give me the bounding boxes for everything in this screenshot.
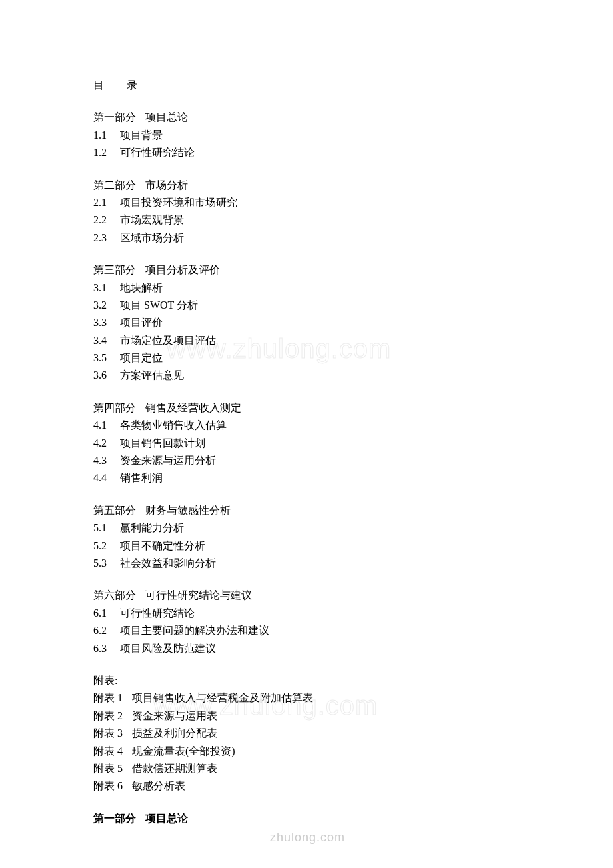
appendix-title: 附表: bbox=[93, 672, 520, 689]
toc-item-text: 地块解析 bbox=[120, 282, 163, 293]
toc-item: 5.2项目不确定性分析 bbox=[93, 537, 520, 555]
toc-title-char-2: 录 bbox=[127, 79, 139, 91]
toc-item: 6.3项目风险及防范建议 bbox=[93, 640, 520, 657]
toc-item-number: 4.3 bbox=[93, 452, 113, 469]
toc-item: 3.6方案评估意见 bbox=[93, 367, 520, 384]
toc-item-number: 6.2 bbox=[93, 622, 113, 639]
appendix-item-text: 敏感分析表 bbox=[132, 780, 185, 791]
toc-item: 2.1项目投资环境和市场研究 bbox=[93, 194, 520, 211]
toc-section-prefix: 第四部分 bbox=[93, 402, 136, 413]
appendix-item-text: 项目销售收入与经营税金及附加估算表 bbox=[132, 692, 313, 703]
appendix-item-number: 附表 2 bbox=[93, 707, 123, 725]
toc-item-number: 3.1 bbox=[93, 279, 113, 297]
toc-item-number: 4.2 bbox=[93, 435, 113, 452]
toc-item-number: 2.1 bbox=[93, 194, 113, 211]
toc-item: 6.2项目主要问题的解决办法和建议 bbox=[93, 622, 520, 639]
appendix-item-text: 现金流量表(全部投资) bbox=[132, 745, 235, 757]
appendix-item-text: 损益及利润分配表 bbox=[132, 727, 217, 739]
toc-section: 第五部分财务与敏感性分析5.1赢利能力分析5.2项目不确定性分析5.3社会效益和… bbox=[93, 502, 520, 573]
toc-section-heading: 第四部分销售及经营收入测定 bbox=[93, 399, 520, 417]
toc-item-number: 4.1 bbox=[93, 417, 113, 434]
toc-item-text: 社会效益和影响分析 bbox=[120, 557, 216, 569]
toc-item-number: 2.2 bbox=[93, 211, 113, 229]
toc-item-number: 6.1 bbox=[93, 605, 113, 622]
appendix-item: 附表 6敏感分析表 bbox=[93, 777, 520, 795]
toc-item-text: 项目不确定性分析 bbox=[120, 540, 205, 551]
toc-section-prefix: 第三部分 bbox=[93, 264, 136, 275]
toc-section-title: 销售及经营收入测定 bbox=[145, 402, 241, 413]
toc-item: 1.2可行性研究结论 bbox=[93, 144, 520, 161]
toc-item-text: 项目定位 bbox=[120, 352, 163, 363]
toc-section: 第一部分项目总论1.1项目背景1.2可行性研究结论 bbox=[93, 109, 520, 161]
toc-item: 5.1赢利能力分析 bbox=[93, 519, 520, 537]
toc-section-title: 财务与敏感性分析 bbox=[145, 505, 231, 516]
toc-item-number: 3.4 bbox=[93, 332, 113, 349]
toc-item-text: 项目 SWOT 分析 bbox=[120, 299, 198, 311]
toc-item-text: 可行性研究结论 bbox=[120, 607, 195, 619]
appendix-item-text: 借款偿还期测算表 bbox=[132, 763, 217, 774]
toc-section: 第六部分可行性研究结论与建议6.1可行性研究结论6.2项目主要问题的解决办法和建… bbox=[93, 587, 520, 657]
toc-item-number: 5.1 bbox=[93, 519, 113, 537]
toc-item: 3.2项目 SWOT 分析 bbox=[93, 297, 520, 314]
toc-item: 4.4销售利润 bbox=[93, 469, 520, 487]
appendix-item: 附表 5借款偿还期测算表 bbox=[93, 760, 520, 777]
toc-section-prefix: 第五部分 bbox=[93, 505, 136, 516]
appendix-item: 附表 1项目销售收入与经营税金及附加估算表 bbox=[93, 689, 520, 707]
toc-item-number: 3.2 bbox=[93, 297, 113, 314]
chapter-heading-prefix: 第一部分 bbox=[93, 813, 136, 824]
toc-item: 3.1地块解析 bbox=[93, 279, 520, 297]
toc-section-title: 项目分析及评价 bbox=[145, 264, 220, 275]
toc-section-heading: 第一部分项目总论 bbox=[93, 109, 520, 126]
toc-item-text: 区域市场分析 bbox=[120, 232, 184, 243]
toc-section-title: 可行性研究结论与建议 bbox=[145, 589, 252, 601]
toc-section-heading: 第五部分财务与敏感性分析 bbox=[93, 502, 520, 519]
toc-item: 3.5项目定位 bbox=[93, 349, 520, 367]
toc-item-number: 1.1 bbox=[93, 127, 113, 144]
toc-title: 目录 bbox=[93, 77, 520, 94]
toc-item-text: 项目主要问题的解决办法和建议 bbox=[120, 625, 269, 636]
toc-section-heading: 第三部分项目分析及评价 bbox=[93, 261, 520, 279]
toc-section: 第三部分项目分析及评价3.1地块解析3.2项目 SWOT 分析3.3项目评价3.… bbox=[93, 261, 520, 385]
toc-item-text: 资金来源与运用分析 bbox=[120, 455, 216, 466]
toc-section-title: 市场分析 bbox=[145, 179, 188, 191]
toc-item: 4.1各类物业销售收入估算 bbox=[93, 417, 520, 434]
appendix-item-number: 附表 5 bbox=[93, 760, 123, 777]
toc-section: 第二部分市场分析2.1项目投资环境和市场研究2.2市场宏观背景2.3区域市场分析 bbox=[93, 177, 520, 247]
toc-item-number: 3.3 bbox=[93, 314, 113, 331]
toc-item-text: 市场宏观背景 bbox=[120, 214, 184, 225]
toc-item: 1.1项目背景 bbox=[93, 127, 520, 144]
chapter-heading-title: 项目总论 bbox=[145, 813, 188, 824]
toc-item: 2.3区域市场分析 bbox=[93, 229, 520, 247]
toc-title-char-1: 目 bbox=[93, 79, 105, 91]
appendix-item: 附表 4现金流量表(全部投资) bbox=[93, 743, 520, 760]
appendix-item-number: 附表 4 bbox=[93, 743, 123, 760]
appendix-item-text: 资金来源与运用表 bbox=[132, 710, 217, 721]
watermark-text: zhulong.com bbox=[270, 828, 345, 848]
toc-item-text: 可行性研究结论 bbox=[120, 147, 195, 158]
toc-section-prefix: 第二部分 bbox=[93, 179, 136, 191]
appendix-item: 附表 2资金来源与运用表 bbox=[93, 707, 520, 725]
toc-item: 3.4市场定位及项目评估 bbox=[93, 332, 520, 349]
toc-item-number: 6.3 bbox=[93, 640, 113, 657]
appendix-item-number: 附表 1 bbox=[93, 689, 123, 707]
toc-section-title: 项目总论 bbox=[145, 111, 188, 123]
toc-item-number: 5.2 bbox=[93, 537, 113, 555]
toc-item-number: 3.6 bbox=[93, 367, 113, 384]
appendix-item-number: 附表 3 bbox=[93, 725, 123, 742]
toc-item-number: 3.5 bbox=[93, 349, 113, 367]
toc-item-text: 市场定位及项目评估 bbox=[120, 335, 216, 346]
toc-item-text: 赢利能力分析 bbox=[120, 522, 184, 533]
toc-item-number: 2.3 bbox=[93, 229, 113, 247]
toc-item-number: 5.3 bbox=[93, 555, 113, 572]
appendix-section: 附表: 附表 1项目销售收入与经营税金及附加估算表附表 2资金来源与运用表附表 … bbox=[93, 672, 520, 795]
toc-item: 4.2项目销售回款计划 bbox=[93, 435, 520, 452]
toc-section-heading: 第六部分可行性研究结论与建议 bbox=[93, 587, 520, 604]
appendix-item: 附表 3损益及利润分配表 bbox=[93, 725, 520, 742]
toc-item-number: 1.2 bbox=[93, 144, 113, 161]
toc-item: 4.3资金来源与运用分析 bbox=[93, 452, 520, 469]
chapter-heading: 第一部分项目总论 bbox=[93, 810, 520, 827]
toc-item-text: 项目销售回款计划 bbox=[120, 437, 205, 449]
toc-item-text: 销售利润 bbox=[120, 472, 163, 483]
toc-section-prefix: 第一部分 bbox=[93, 111, 136, 123]
toc-item-text: 项目风险及防范建议 bbox=[120, 643, 216, 654]
